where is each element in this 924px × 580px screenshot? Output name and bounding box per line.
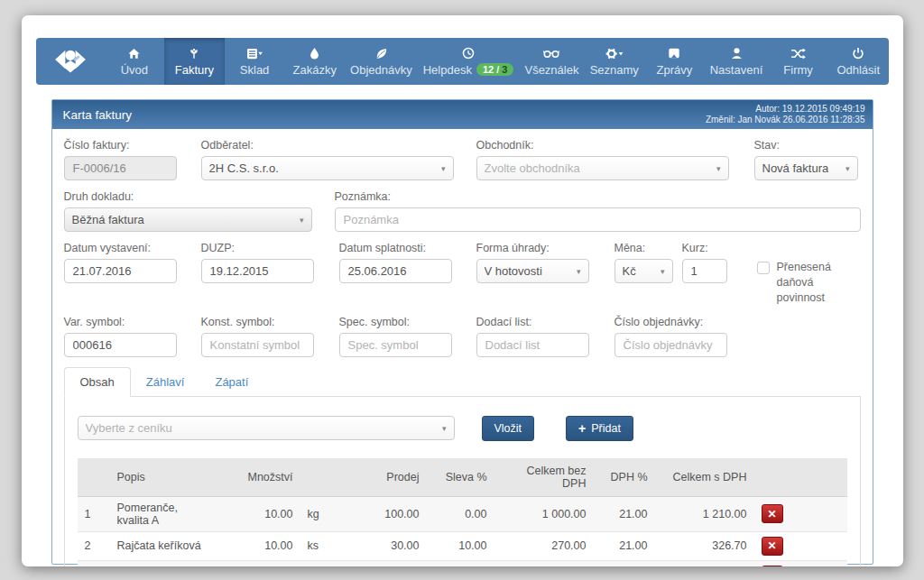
chevron-down-icon: ▾ xyxy=(441,164,446,173)
payment-method-field: Forma úhrady: V hotovosti▾ xyxy=(476,242,589,306)
order-number-label: Číslo objednávky: xyxy=(614,316,727,328)
issue-date-input[interactable] xyxy=(64,259,177,283)
tab-zapati[interactable]: Zápatí xyxy=(199,368,263,396)
col-header-sleva: Sleva % xyxy=(427,458,494,497)
col-header-celkem-bez-dph: Celkem bez DPH xyxy=(494,458,594,497)
nav-item-odhlasit[interactable]: Odhlásit xyxy=(828,38,889,85)
currency-select[interactable]: Kč▾ xyxy=(614,259,673,283)
invoice-items-table: Popis Množství Prodej Sleva % Celkem bez… xyxy=(78,458,847,566)
customer-field: Odběratel: 2H C.S. s.r.o.▾ xyxy=(201,139,454,180)
salesman-select[interactable]: Zvolte obchodníka▾ xyxy=(476,156,729,180)
plant-icon xyxy=(188,47,200,60)
delete-row-button[interactable]: ✕ xyxy=(762,504,783,523)
document-type-field: Druh dokladu: Běžná faktura▾ xyxy=(64,190,312,232)
insert-button[interactable]: Vložit xyxy=(482,416,535,441)
col-header-mnozstvi: Množství xyxy=(219,458,300,497)
plus-icon: + xyxy=(578,421,586,436)
delivery-note-input[interactable] xyxy=(476,333,589,357)
nav-item-sklad[interactable]: Sklad xyxy=(225,38,285,85)
panel-body: Číslo faktury: Odběratel: 2H C.S. s.r.o.… xyxy=(52,129,873,566)
col-header-celkem-s-dph: Celkem s DPH xyxy=(655,458,754,497)
form-row-1: Číslo faktury: Odběratel: 2H C.S. s.r.o.… xyxy=(64,139,861,180)
const-symbol-field: Konst. symbol: xyxy=(201,316,314,357)
droplet-icon xyxy=(309,47,320,60)
nav-label: Všeználek xyxy=(524,63,578,77)
delete-row-button[interactable]: ✕ xyxy=(762,566,783,566)
document-type-label: Druh dokladu: xyxy=(64,190,312,203)
form-row-4: Var. symbol: Konst. symbol: Spec. symbol… xyxy=(64,316,861,357)
nav-item-zpravy[interactable]: Zprávy xyxy=(644,38,705,85)
duzp-input[interactable] xyxy=(201,259,314,283)
nav-item-uvod[interactable]: Úvod xyxy=(105,38,165,85)
modified-line: Změnil: Jan Novák 26.06.2016 11:28:35 xyxy=(706,115,865,126)
const-symbol-label: Konst. symbol: xyxy=(201,316,314,328)
chevron-down-icon: ▾ xyxy=(661,267,665,276)
panel-header: Karta faktury Autor: 19.12.2015 09:49:19… xyxy=(52,100,873,129)
nav-item-firmy[interactable]: Firmy xyxy=(768,38,828,85)
nav-item-helpdesk[interactable]: Helpdesk 12 / 3 xyxy=(418,38,520,85)
spec-symbol-input[interactable] xyxy=(339,333,452,357)
note-field: Poznámka: xyxy=(335,190,861,232)
status-select[interactable]: Nová faktura▾ xyxy=(754,156,858,180)
delete-icon: ✕ xyxy=(767,508,776,520)
spec-symbol-field: Spec. symbol: xyxy=(339,316,452,357)
delete-row-button[interactable]: ✕ xyxy=(762,537,783,556)
nav-item-nastaveni[interactable]: Nastavení xyxy=(705,38,769,85)
nav-item-seznamy[interactable]: Seznamy xyxy=(584,38,644,85)
author-line: Autor: 19.12.2015 09:49:19 xyxy=(706,104,865,115)
var-symbol-label: Var. symbol: xyxy=(64,316,177,328)
nav-item-faktury[interactable]: Faktury xyxy=(164,38,225,85)
exchange-rate-label: Kurz: xyxy=(682,242,727,254)
nav-label: Úvod xyxy=(121,63,148,77)
order-number-field: Číslo objednávky: xyxy=(614,316,727,357)
const-symbol-input[interactable] xyxy=(201,333,314,357)
order-number-input[interactable] xyxy=(614,333,727,357)
app-logo[interactable] xyxy=(36,38,105,85)
home-icon xyxy=(127,47,141,60)
message-icon xyxy=(668,47,680,60)
note-input[interactable] xyxy=(335,207,861,232)
shuffle-icon xyxy=(790,47,806,60)
salesman-field: Obchodník: Zvolte obchodníka▾ xyxy=(476,139,729,180)
app-window: Úvod Faktury Sklad Zakázky Objednávky xyxy=(22,15,903,566)
nav-label: Sklad xyxy=(240,63,270,77)
var-symbol-field: Var. symbol: xyxy=(64,316,177,357)
pricelist-row: Vyberte z ceníku▾ Vložit + Přidat xyxy=(78,416,847,441)
customer-label: Odběratel: xyxy=(201,139,454,152)
nav-item-zakazky[interactable]: Zakázky xyxy=(284,38,345,85)
glasses-icon xyxy=(543,47,559,60)
delete-icon: ✕ xyxy=(767,539,776,552)
col-header-prodej: Prodej xyxy=(341,458,427,497)
tab-obsah[interactable]: Obsah xyxy=(64,367,131,397)
top-navbar: Úvod Faktury Sklad Zakázky Objednávky xyxy=(36,38,889,85)
currency-label: Měna: xyxy=(614,242,673,254)
chevron-down-icon: ▾ xyxy=(300,216,304,225)
tab-zahlavi[interactable]: Záhlaví xyxy=(131,368,200,396)
col-header-popis: Popis xyxy=(110,458,219,497)
form-row-2: Druh dokladu: Běžná faktura▾ Poznámka: xyxy=(64,190,861,232)
add-button[interactable]: + Přidat xyxy=(566,416,633,441)
tab-content-obsah: Vyberte z ceníku▾ Vložit + Přidat Pop xyxy=(64,397,861,566)
exchange-rate-input[interactable] xyxy=(682,259,727,283)
delivery-note-field: Dodací list: xyxy=(476,316,589,357)
due-date-field: Datum splatnosti: xyxy=(339,242,452,306)
nav-label: Zakázky xyxy=(293,63,337,77)
payment-method-label: Forma úhrady: xyxy=(476,242,589,254)
chevron-down-icon: ▾ xyxy=(845,164,850,173)
table-row: 2 Rajčata keříková 10.00 ks 30.00 10.00 … xyxy=(78,531,847,560)
nav-item-vseznalek[interactable]: Všeználek xyxy=(519,38,584,85)
nav-item-objednavky[interactable]: Objednávky xyxy=(345,38,418,85)
chevron-down-icon: ▾ xyxy=(577,267,581,276)
list-icon xyxy=(246,47,263,60)
nav-label: Seznamy xyxy=(590,63,639,77)
payment-method-select[interactable]: V hotovosti▾ xyxy=(476,259,589,283)
var-symbol-input[interactable] xyxy=(64,333,177,357)
due-date-input[interactable] xyxy=(339,259,452,283)
document-type-select[interactable]: Běžná faktura▾ xyxy=(64,207,312,232)
salesman-label: Obchodník: xyxy=(476,139,729,152)
customer-select[interactable]: 2H C.S. s.r.o.▾ xyxy=(201,156,454,180)
pricelist-select[interactable]: Vyberte z ceníku▾ xyxy=(78,416,455,440)
table-row: 1 Pomeranče, kvalita A 10.00 kg 100.00 0… xyxy=(78,496,847,531)
reverse-charge-checkbox-wrap[interactable]: Přenesená daňová povinnost xyxy=(757,242,858,306)
reverse-charge-checkbox[interactable] xyxy=(757,262,770,274)
